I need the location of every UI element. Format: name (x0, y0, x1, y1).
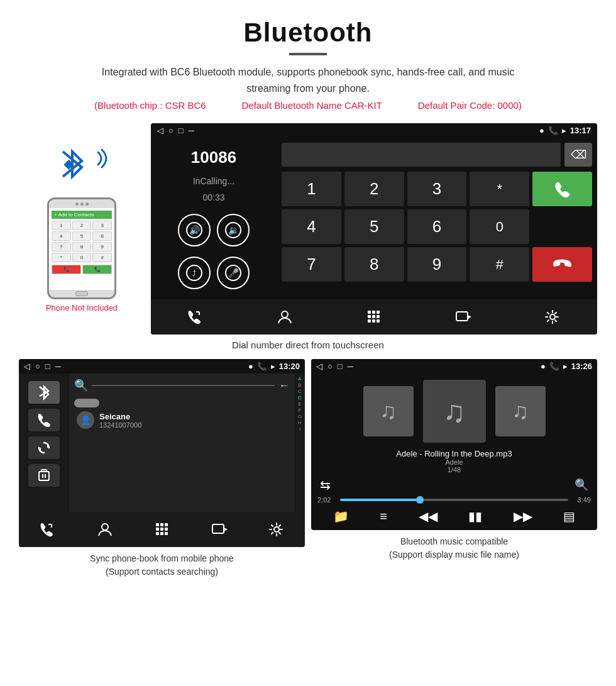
pb-back-arrow-icon[interactable]: ← (278, 379, 290, 392)
pb-search-icon[interactable]: 🔍 (74, 379, 88, 392)
key-4[interactable]: 4 (282, 209, 341, 244)
alpha-b[interactable]: B (298, 382, 301, 388)
volume-up-button[interactable]: 🔊 (178, 214, 211, 246)
dial-call-duration: 00:33 (161, 192, 267, 202)
music-caption-text: Bluetooth music compatible(Support displ… (389, 536, 519, 560)
pb-nav-contacts[interactable] (89, 518, 121, 541)
phone-key: * (52, 253, 71, 262)
pb-nav-transfer[interactable] (204, 518, 235, 541)
music-search-icon[interactable]: 🔍 (575, 478, 588, 492)
music-controls-row: ⇆ 🔍 (317, 477, 591, 492)
music-status-bar: ◁ ○ □ ─ ● 📞 ▸ 13:26 (311, 359, 597, 373)
pb-bluetooth-icon[interactable] (28, 381, 60, 404)
transfer-button[interactable]: ⤴ (178, 257, 211, 289)
song-artist: Adele (317, 458, 591, 466)
svg-rect-29 (156, 528, 159, 531)
svg-point-25 (102, 524, 108, 530)
circle-icon: ○ (168, 126, 173, 135)
key-hash[interactable]: # (470, 247, 529, 282)
equalizer-icon[interactable]: ▤ (563, 509, 575, 524)
dial-nav-transfer[interactable] (448, 306, 479, 328)
key-5[interactable]: 5 (344, 209, 404, 244)
music-status-time: 13:26 (571, 362, 592, 371)
pb-bottom-bar (19, 512, 305, 547)
next-track-icon[interactable]: ▶▶ (514, 509, 532, 524)
alpha-d[interactable]: D (298, 395, 302, 401)
call-button[interactable] (532, 172, 592, 206)
svg-text:🔉: 🔉 (228, 225, 239, 236)
progress-track[interactable] (340, 499, 568, 501)
music-wifi-icon: ▸ (563, 362, 568, 371)
key-7[interactable]: 7 (282, 247, 341, 282)
svg-rect-13 (372, 315, 375, 318)
dial-right-panel: ⌫ 1 2 3 * 4 5 6 (277, 138, 597, 299)
mute-button[interactable]: 🎤 (217, 257, 250, 289)
pb-contact-item[interactable]: 👤 Seicane 13241007000 (74, 407, 290, 433)
keypad-grid: 1 2 3 * 4 5 6 0 7 8 (282, 172, 592, 282)
music-note-icon-right: ♫ (512, 398, 529, 424)
pb-contact-name: Seicane (99, 412, 141, 421)
phone-dot (75, 202, 79, 206)
pb-refresh-icon[interactable] (28, 436, 60, 459)
folder-icon[interactable]: 📁 (333, 509, 349, 524)
pb-delete-icon[interactable] (28, 464, 60, 487)
shuffle-icon[interactable]: ⇆ (320, 477, 331, 492)
pb-contact-avatar: 👤 (77, 411, 94, 429)
music-phone-icon: 📞 (549, 362, 559, 371)
key-3[interactable]: 3 (407, 172, 467, 206)
key-8[interactable]: 8 (344, 247, 404, 282)
pb-status-time: 13:20 (279, 362, 300, 371)
music-screen: ◁ ○ □ ─ ● 📞 ▸ 13:26 ♫ (311, 359, 597, 530)
pb-nav-calls[interactable] (32, 518, 63, 541)
play-pause-icon[interactable]: ▮▮ (468, 509, 482, 524)
key-0[interactable]: 0 (470, 209, 529, 244)
prev-track-icon[interactable]: ◀◀ (419, 509, 437, 524)
key-9[interactable]: 9 (407, 247, 467, 282)
pb-search-row: 🔍 ← (74, 379, 290, 392)
playlist-icon[interactable]: ≡ (380, 509, 387, 524)
pb-contact-phone: 13241007000 (99, 421, 141, 429)
svg-point-36 (274, 527, 279, 532)
phone-bottom-bar (49, 290, 114, 297)
key-star[interactable]: * (470, 172, 529, 206)
pb-nav-keypad[interactable] (146, 518, 178, 541)
phonebook-panel: ◁ ○ □ ─ ● 📞 ▸ 13:20 (19, 359, 305, 580)
dial-nav-keypad[interactable] (358, 306, 390, 328)
key-1[interactable]: 1 (282, 172, 341, 206)
phonebook-caption-text: Sync phone-book from mobile phone(Suppor… (90, 553, 234, 577)
dial-nav-contacts[interactable] (269, 306, 300, 328)
phone-left-panel: ⬥ + Add to Contacts 1 (19, 123, 145, 313)
alpha-h[interactable]: H (298, 420, 302, 426)
alpha-i[interactable]: I (299, 426, 300, 432)
music-note-icon-left: ♫ (380, 398, 397, 424)
phone-key: 7 (52, 242, 71, 252)
alpha-a[interactable]: A (298, 376, 301, 382)
progress-bar-container: 2:02 3:49 (317, 496, 591, 504)
page-description: Integrated with BC6 Bluetooth module, su… (88, 64, 528, 96)
progress-dot[interactable] (416, 496, 424, 504)
dial-input-field[interactable] (282, 143, 561, 167)
pb-back-icon: ◁ (24, 362, 30, 371)
dial-status-bar: ◁ ○ □ ─ ● 📞 ▸ 13:17 (151, 123, 597, 138)
alpha-g[interactable]: G (298, 414, 302, 419)
key-6[interactable]: 6 (407, 209, 467, 244)
album-art-small-right: ♫ (495, 386, 546, 436)
chip-info: (Bluetooth chip : CSR BC6 Default Blueto… (25, 100, 591, 111)
phone-top-bar (49, 199, 114, 208)
alpha-f[interactable]: F (299, 407, 302, 413)
dial-volume-controls: 🔊 🔉 (161, 214, 267, 246)
alpha-e[interactable]: E (298, 401, 301, 407)
music-content: ♫ ♫ ♫ Adele - Rolling In the Deep.mp3 Ad… (311, 373, 597, 530)
pb-call-icon[interactable] (28, 409, 60, 431)
key-2[interactable]: 2 (344, 172, 404, 206)
end-call-button[interactable] (532, 247, 592, 282)
svg-point-8 (282, 311, 288, 318)
alpha-c[interactable]: C (298, 389, 302, 394)
volume-down-button[interactable]: 🔉 (217, 214, 250, 246)
dial-nav-settings[interactable] (537, 306, 568, 328)
pb-nav-settings[interactable] (261, 518, 292, 541)
dial-backspace-button[interactable]: ⌫ (564, 143, 592, 167)
dial-nav-calls[interactable] (180, 306, 211, 328)
pb-right-panel: 🔍 ← 👤 Seicane 13241007000 (69, 373, 305, 512)
svg-text:⤴: ⤴ (192, 269, 196, 278)
